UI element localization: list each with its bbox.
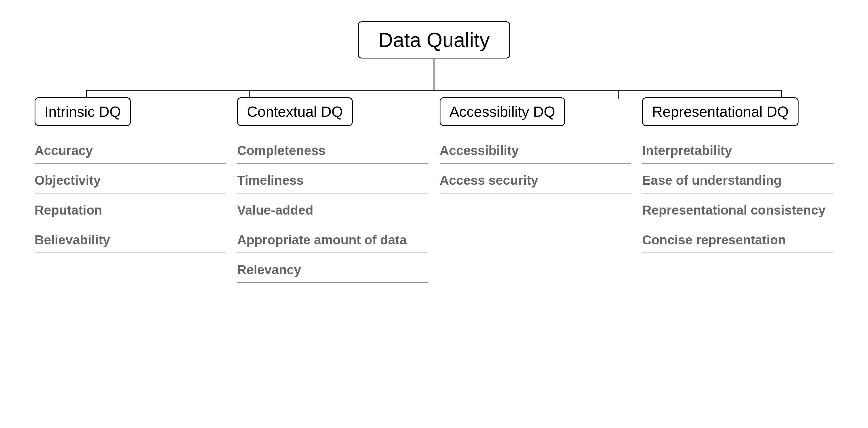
contextual-items: Completeness Timeliness Value-added Appr… xyxy=(237,137,428,283)
diagram: Data Quality Intrinsic DQ Accuracy Objec… xyxy=(12,10,856,418)
list-item: Accessibility xyxy=(440,137,631,164)
representational-items: Interpretability Ease of understanding R… xyxy=(642,137,833,253)
intrinsic-items: Accuracy Objectivity Reputation Believab… xyxy=(35,137,226,253)
contextual-node: Contextual DQ xyxy=(237,97,353,126)
root-node: Data Quality xyxy=(358,21,510,59)
list-item: Accuracy xyxy=(35,137,226,164)
intrinsic-col: Intrinsic DQ Accuracy Objectivity Reputa… xyxy=(35,97,226,283)
list-item: Representational consistency xyxy=(642,193,833,223)
list-item: Believability xyxy=(35,223,226,253)
accessibility-col: Accessibility DQ Accessibility Access se… xyxy=(440,97,631,283)
list-item: Relevancy xyxy=(237,253,428,283)
list-item: Reputation xyxy=(35,193,226,223)
children-row: Intrinsic DQ Accuracy Objectivity Reputa… xyxy=(12,97,856,283)
list-item: Access security xyxy=(440,164,631,193)
list-item: Concise representation xyxy=(642,223,833,253)
representational-col: Representational DQ Interpretability Eas… xyxy=(642,97,833,283)
list-item: Value-added xyxy=(237,193,428,223)
accessibility-items: Accessibility Access security xyxy=(440,137,631,193)
contextual-col: Contextual DQ Completeness Timeliness Va… xyxy=(237,97,428,283)
list-item: Interpretability xyxy=(642,137,833,164)
root-title: Data Quality xyxy=(378,29,490,51)
list-item: Ease of understanding xyxy=(642,164,833,193)
accessibility-node: Accessibility DQ xyxy=(440,97,565,126)
list-item: Objectivity xyxy=(35,164,226,193)
list-item: Timeliness xyxy=(237,164,428,193)
list-item: Completeness xyxy=(237,137,428,164)
list-item: Appropriate amount of data xyxy=(237,223,428,253)
intrinsic-node: Intrinsic DQ xyxy=(35,97,131,126)
representational-node: Representational DQ xyxy=(642,97,799,126)
